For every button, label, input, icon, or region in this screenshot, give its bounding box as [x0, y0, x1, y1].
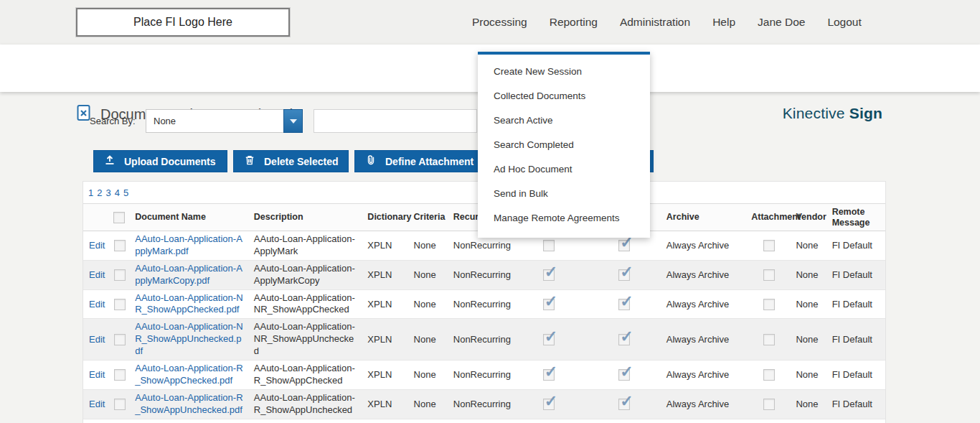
top-bar: Place FI Logo Here ProcessingReportingAd… [0, 0, 980, 45]
edit-link[interactable]: Edit [89, 299, 105, 310]
attachment-checkbox[interactable] [763, 399, 775, 410]
archive-cell: Always Archive [662, 361, 747, 390]
nav-item-reporting[interactable]: Reporting [550, 16, 598, 29]
dictionary-cell: XPLN [363, 419, 409, 423]
recurring-cell: NonRecurring [449, 389, 511, 419]
nav-item-administration[interactable]: Administration [620, 16, 690, 29]
select-dropdown-button[interactable] [283, 109, 303, 133]
page-number-3[interactable]: 3 [105, 187, 110, 198]
header-dictionary: Dictionary [363, 204, 409, 231]
document-name-link[interactable]: AAuto-Loan-Application-R_ShowAppChecked.… [135, 363, 245, 387]
flag2-checkbox[interactable] [618, 334, 630, 345]
page-number-5[interactable]: 5 [123, 187, 128, 198]
document-name-link[interactable]: AAuto-Loan-Application-ApplyMarkCopy.pdf [135, 263, 245, 287]
define-attachment-label: Define Attachment [385, 156, 473, 167]
vendor-cell: None [791, 289, 827, 319]
page-number-4[interactable]: 4 [115, 187, 120, 198]
archive-cell: Always Archive [662, 289, 747, 319]
fi-logo-placeholder: Place FI Logo Here [76, 8, 290, 37]
flag1-checkbox[interactable] [543, 399, 555, 410]
document-name-link[interactable]: AAuto-Loan-Application-ApplyMark.pdf [135, 233, 245, 258]
processing-menu: Create New SessionCollected DocumentsSea… [478, 52, 650, 238]
flag1-checkbox[interactable] [543, 299, 555, 310]
edit-link[interactable]: Edit [89, 334, 105, 345]
flag1-checkbox[interactable] [543, 369, 555, 381]
document-name-link[interactable]: AAuto-Loan-Application-NR_ShowAppUncheck… [135, 321, 245, 358]
document-name-link[interactable]: AAuto-Loan-Application-R_ShowAppUnchecke… [135, 392, 245, 417]
criteria-cell: None [410, 231, 449, 261]
vendor-cell: None [791, 389, 827, 419]
flag2-checkbox[interactable] [618, 269, 630, 281]
paperclip-icon [365, 154, 377, 168]
nav-item-help[interactable]: Help [712, 16, 735, 29]
row-select-checkbox[interactable] [114, 299, 126, 310]
vendor-cell: None [791, 260, 827, 289]
table-row: EditAAuto-Loan-Application-RS-AFD731-tes… [83, 419, 885, 423]
remote-message-cell: FI Default [828, 419, 885, 423]
attachment-checkbox[interactable] [763, 240, 775, 251]
edit-link[interactable]: Edit [89, 369, 105, 380]
flag1-checkbox[interactable] [543, 240, 555, 251]
attachment-checkbox[interactable] [763, 369, 775, 381]
dictionary-cell: XPLN [363, 361, 409, 390]
vendor-cell: None [791, 361, 827, 390]
page-number-2[interactable]: 2 [97, 187, 102, 198]
flag2-checkbox[interactable] [618, 399, 630, 410]
brand-bold: Sign [849, 105, 882, 121]
fi-logo-text: Place FI Logo Here [133, 16, 232, 29]
edit-link[interactable]: Edit [89, 240, 105, 251]
header-vendor: Vendor [791, 204, 827, 231]
menu-item-ad-hoc-document[interactable]: Ad Hoc Document [478, 157, 650, 182]
row-select-checkbox[interactable] [114, 240, 126, 251]
menu-item-collected-documents[interactable]: Collected Documents [478, 84, 650, 108]
attachment-checkbox[interactable] [763, 299, 775, 310]
menu-item-send-in-bulk[interactable]: Send in Bulk [478, 182, 650, 206]
menu-item-manage-remote-agreements[interactable]: Manage Remote Agreements [478, 206, 650, 231]
description-cell: AAuto-Loan-Application-NR_ShowAppChecked [250, 289, 364, 319]
attachment-checkbox[interactable] [763, 269, 775, 281]
header-criteria: Criteria [410, 204, 449, 231]
flag2-checkbox[interactable] [618, 240, 630, 251]
row-select-checkbox[interactable] [114, 334, 126, 345]
page-number-1[interactable]: 1 [88, 187, 93, 198]
criteria-cell: None [410, 419, 449, 423]
edit-link[interactable]: Edit [89, 399, 105, 409]
flag1-checkbox[interactable] [543, 269, 555, 281]
flag2-checkbox[interactable] [618, 369, 630, 381]
archive-cell: Always Archive [662, 260, 747, 289]
remote-message-cell: FI Default [828, 361, 885, 390]
nav-item-jane-doe[interactable]: Jane Doe [758, 16, 805, 29]
nav-item-processing[interactable]: Processing [472, 16, 527, 29]
flag1-checkbox[interactable] [543, 334, 555, 345]
nav-item-logout[interactable]: Logout [827, 16, 861, 29]
criteria-cell: None [410, 389, 449, 419]
delete-selected-button[interactable]: Delete Selected [233, 150, 349, 172]
row-select-checkbox[interactable] [114, 369, 126, 381]
remote-message-cell: FI Default [828, 389, 885, 419]
flag2-checkbox[interactable] [618, 299, 630, 310]
table-row: EditAAuto-Loan-Application-NR_ShowAppChe… [83, 289, 885, 319]
chevron-down-icon [290, 119, 297, 124]
description-cell: AAuto-Loan-Application-R_ShowAppChecked [250, 361, 364, 390]
menu-item-create-new-session[interactable]: Create New Session [478, 60, 650, 84]
select-all-checkbox[interactable] [113, 212, 125, 223]
archive-cell: Always Archive [662, 389, 747, 419]
upload-icon [104, 154, 116, 168]
edit-link[interactable]: Edit [89, 269, 105, 280]
table-row: EditAAuto-Loan-Application-ApplyMarkCopy… [83, 260, 885, 289]
criteria-cell: None [410, 319, 449, 361]
upload-documents-button[interactable]: Upload Documents [93, 150, 227, 172]
description-cell: AAuto-Loan-Application-ApplyMark [250, 231, 364, 261]
row-select-checkbox[interactable] [114, 399, 126, 410]
archive-cell: Always Archive [662, 231, 747, 261]
document-name-link[interactable]: AAuto-Loan-Application-NR_ShowAppChecked… [135, 292, 245, 317]
menu-item-search-active[interactable]: Search Active [478, 108, 650, 133]
search-input[interactable] [314, 109, 477, 133]
criteria-cell: None [410, 289, 449, 319]
archive-cell: Always Archive [662, 419, 747, 423]
menu-item-search-completed[interactable]: Search Completed [478, 133, 650, 157]
search-by-select[interactable]: None [146, 109, 303, 133]
header-archive: Archive [662, 204, 747, 231]
row-select-checkbox[interactable] [114, 269, 126, 281]
attachment-checkbox[interactable] [763, 334, 775, 345]
